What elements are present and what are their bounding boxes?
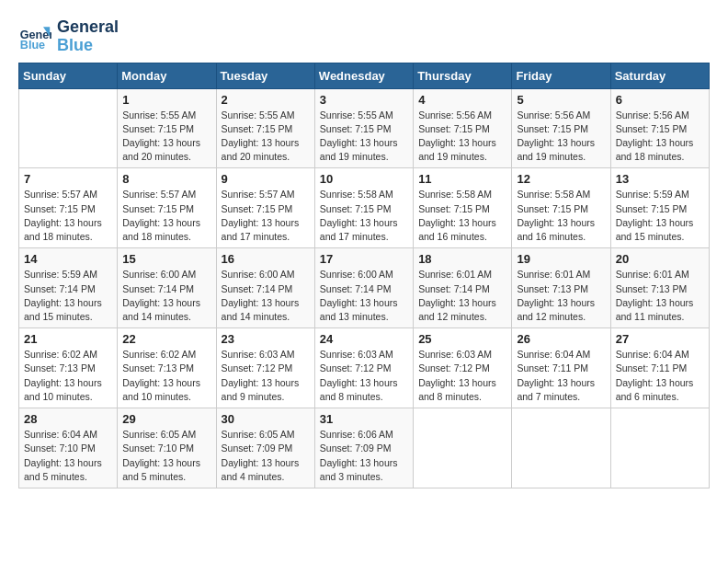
day-number: 28 (24, 412, 112, 426)
day-number: 5 (517, 93, 605, 107)
day-info: Sunrise: 6:00 AMSunset: 7:14 PMDaylight:… (320, 268, 408, 324)
day-header: Friday (512, 63, 610, 88)
day-header: Saturday (610, 63, 709, 88)
day-number: 13 (616, 172, 704, 186)
day-number: 11 (418, 172, 506, 186)
calendar-cell: 9Sunrise: 5:57 AMSunset: 7:15 PMDaylight… (216, 168, 314, 248)
calendar-week-row: 7Sunrise: 5:57 AMSunset: 7:15 PMDaylight… (19, 168, 710, 248)
calendar-cell: 20Sunrise: 6:01 AMSunset: 7:13 PMDayligh… (610, 248, 709, 328)
day-info: Sunrise: 6:01 AMSunset: 7:14 PMDaylight:… (418, 268, 506, 324)
day-info: Sunrise: 6:00 AMSunset: 7:14 PMDaylight:… (222, 268, 310, 324)
day-header: Tuesday (216, 63, 314, 88)
day-info: Sunrise: 6:02 AMSunset: 7:13 PMDaylight:… (122, 348, 210, 404)
day-number: 15 (122, 252, 210, 266)
calendar-cell: 24Sunrise: 6:03 AMSunset: 7:12 PMDayligh… (314, 328, 413, 408)
calendar-header-row: SundayMondayTuesdayWednesdayThursdayFrid… (19, 63, 710, 88)
calendar-week-row: 21Sunrise: 6:02 AMSunset: 7:13 PMDayligh… (19, 328, 710, 408)
day-info: Sunrise: 5:58 AMSunset: 7:15 PMDaylight:… (418, 188, 506, 244)
day-header: Sunday (19, 63, 118, 88)
calendar-cell (414, 408, 512, 488)
day-info: Sunrise: 6:04 AMSunset: 7:10 PMDaylight:… (24, 428, 112, 484)
calendar-cell: 26Sunrise: 6:04 AMSunset: 7:11 PMDayligh… (512, 328, 610, 408)
calendar-cell: 27Sunrise: 6:04 AMSunset: 7:11 PMDayligh… (610, 328, 709, 408)
day-number: 7 (24, 172, 112, 186)
calendar-cell: 10Sunrise: 5:58 AMSunset: 7:15 PMDayligh… (314, 168, 413, 248)
logo-icon: General Blue (18, 20, 51, 53)
calendar-cell: 19Sunrise: 6:01 AMSunset: 7:13 PMDayligh… (512, 248, 610, 328)
day-info: Sunrise: 5:56 AMSunset: 7:15 PMDaylight:… (616, 109, 704, 165)
header: General Blue GeneralBlue (18, 18, 710, 55)
day-info: Sunrise: 6:03 AMSunset: 7:12 PMDaylight:… (418, 348, 506, 404)
calendar-cell: 3Sunrise: 5:55 AMSunset: 7:15 PMDaylight… (314, 88, 413, 168)
calendar-cell: 14Sunrise: 5:59 AMSunset: 7:14 PMDayligh… (19, 248, 118, 328)
calendar-cell: 23Sunrise: 6:03 AMSunset: 7:12 PMDayligh… (216, 328, 314, 408)
calendar-week-row: 14Sunrise: 5:59 AMSunset: 7:14 PMDayligh… (19, 248, 710, 328)
logo: General Blue GeneralBlue (18, 18, 119, 55)
calendar-cell: 15Sunrise: 6:00 AMSunset: 7:14 PMDayligh… (118, 248, 216, 328)
day-number: 20 (616, 252, 704, 266)
day-number: 2 (222, 93, 310, 107)
calendar-cell (19, 88, 118, 168)
day-number: 16 (222, 252, 310, 266)
day-number: 17 (320, 252, 408, 266)
day-number: 4 (418, 93, 506, 107)
day-info: Sunrise: 5:56 AMSunset: 7:15 PMDaylight:… (418, 109, 506, 165)
day-number: 22 (122, 332, 210, 346)
calendar-cell: 8Sunrise: 5:57 AMSunset: 7:15 PMDaylight… (118, 168, 216, 248)
day-info: Sunrise: 5:58 AMSunset: 7:15 PMDaylight:… (517, 188, 605, 244)
calendar-cell (512, 408, 610, 488)
logo-text: GeneralBlue (57, 18, 119, 55)
day-number: 24 (320, 332, 408, 346)
day-info: Sunrise: 5:58 AMSunset: 7:15 PMDaylight:… (320, 188, 408, 244)
day-info: Sunrise: 5:56 AMSunset: 7:15 PMDaylight:… (517, 109, 605, 165)
calendar-week-row: 1Sunrise: 5:55 AMSunset: 7:15 PMDaylight… (19, 88, 710, 168)
day-info: Sunrise: 5:59 AMSunset: 7:14 PMDaylight:… (24, 268, 112, 324)
calendar-cell: 2Sunrise: 5:55 AMSunset: 7:15 PMDaylight… (216, 88, 314, 168)
calendar-cell: 22Sunrise: 6:02 AMSunset: 7:13 PMDayligh… (118, 328, 216, 408)
calendar-cell: 6Sunrise: 5:56 AMSunset: 7:15 PMDaylight… (610, 88, 709, 168)
calendar-cell: 29Sunrise: 6:05 AMSunset: 7:10 PMDayligh… (118, 408, 216, 488)
calendar-cell: 1Sunrise: 5:55 AMSunset: 7:15 PMDaylight… (118, 88, 216, 168)
day-info: Sunrise: 6:01 AMSunset: 7:13 PMDaylight:… (616, 268, 704, 324)
day-number: 6 (616, 93, 704, 107)
day-info: Sunrise: 6:04 AMSunset: 7:11 PMDaylight:… (616, 348, 704, 404)
calendar-cell: 28Sunrise: 6:04 AMSunset: 7:10 PMDayligh… (19, 408, 118, 488)
day-info: Sunrise: 6:05 AMSunset: 7:10 PMDaylight:… (122, 428, 210, 484)
calendar-cell: 17Sunrise: 6:00 AMSunset: 7:14 PMDayligh… (314, 248, 413, 328)
svg-text:Blue: Blue (20, 38, 45, 51)
day-number: 19 (517, 252, 605, 266)
day-number: 14 (24, 252, 112, 266)
calendar-cell: 31Sunrise: 6:06 AMSunset: 7:09 PMDayligh… (314, 408, 413, 488)
day-header: Thursday (414, 63, 512, 88)
day-number: 21 (24, 332, 112, 346)
calendar-cell: 7Sunrise: 5:57 AMSunset: 7:15 PMDaylight… (19, 168, 118, 248)
day-info: Sunrise: 6:05 AMSunset: 7:09 PMDaylight:… (222, 428, 310, 484)
calendar-cell: 13Sunrise: 5:59 AMSunset: 7:15 PMDayligh… (610, 168, 709, 248)
day-number: 1 (122, 93, 210, 107)
calendar-cell: 12Sunrise: 5:58 AMSunset: 7:15 PMDayligh… (512, 168, 610, 248)
day-info: Sunrise: 5:55 AMSunset: 7:15 PMDaylight:… (320, 109, 408, 165)
day-number: 3 (320, 93, 408, 107)
calendar-week-row: 28Sunrise: 6:04 AMSunset: 7:10 PMDayligh… (19, 408, 710, 488)
day-number: 18 (418, 252, 506, 266)
day-info: Sunrise: 5:57 AMSunset: 7:15 PMDaylight:… (222, 188, 310, 244)
calendar-cell: 11Sunrise: 5:58 AMSunset: 7:15 PMDayligh… (414, 168, 512, 248)
day-info: Sunrise: 6:00 AMSunset: 7:14 PMDaylight:… (122, 268, 210, 324)
day-number: 29 (122, 412, 210, 426)
day-info: Sunrise: 5:59 AMSunset: 7:15 PMDaylight:… (616, 188, 704, 244)
day-number: 27 (616, 332, 704, 346)
day-number: 9 (222, 172, 310, 186)
day-number: 30 (222, 412, 310, 426)
day-number: 26 (517, 332, 605, 346)
calendar-cell: 30Sunrise: 6:05 AMSunset: 7:09 PMDayligh… (216, 408, 314, 488)
calendar-cell: 5Sunrise: 5:56 AMSunset: 7:15 PMDaylight… (512, 88, 610, 168)
day-header: Monday (118, 63, 216, 88)
day-info: Sunrise: 6:03 AMSunset: 7:12 PMDaylight:… (320, 348, 408, 404)
calendar-cell: 4Sunrise: 5:56 AMSunset: 7:15 PMDaylight… (414, 88, 512, 168)
day-info: Sunrise: 6:04 AMSunset: 7:11 PMDaylight:… (517, 348, 605, 404)
calendar-cell: 21Sunrise: 6:02 AMSunset: 7:13 PMDayligh… (19, 328, 118, 408)
day-info: Sunrise: 5:57 AMSunset: 7:15 PMDaylight:… (24, 188, 112, 244)
calendar-cell: 16Sunrise: 6:00 AMSunset: 7:14 PMDayligh… (216, 248, 314, 328)
day-info: Sunrise: 6:02 AMSunset: 7:13 PMDaylight:… (24, 348, 112, 404)
calendar: SundayMondayTuesdayWednesdayThursdayFrid… (18, 63, 710, 488)
